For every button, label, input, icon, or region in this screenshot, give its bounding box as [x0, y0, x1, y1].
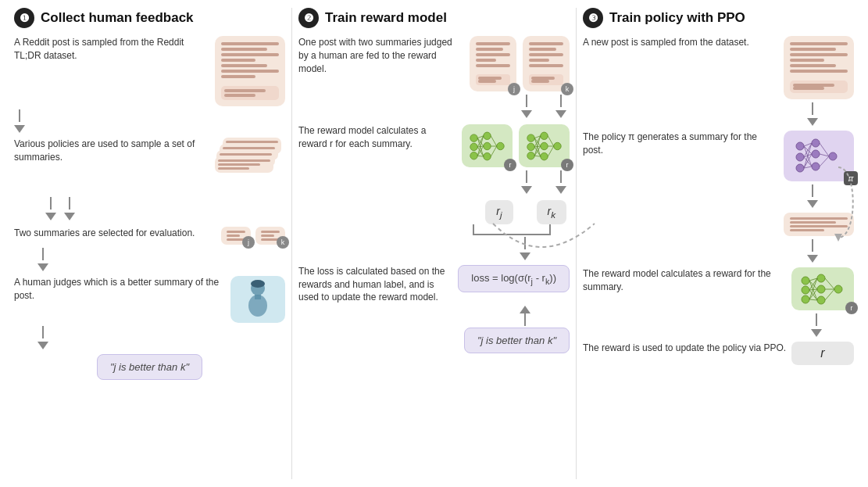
s3-text-4: The reward model calculates a reward for…: [583, 267, 787, 294]
svg-point-5: [470, 143, 477, 150]
r-badge-1: r: [504, 159, 516, 171]
rk-card: rk: [537, 200, 567, 224]
s1-row-3: Two summaries are selected for evaluatio…: [14, 227, 285, 245]
formula-display: loss = log(σ(rj - rk)): [471, 272, 556, 284]
doc-line: [529, 53, 563, 56]
label-box-2: "j is better than k": [464, 328, 570, 353]
nn-icon-1: [468, 130, 506, 163]
svg-line-77: [809, 299, 817, 300]
s3-visual-2: π: [784, 131, 854, 181]
s3-row-2: The policy π generates a summary for the…: [583, 131, 854, 181]
doc-line: [476, 42, 510, 45]
s1-row-1: A Reddit post is sampled from the Reddit…: [14, 36, 285, 106]
svg-rect-3: [255, 295, 261, 299]
nn-card-2: r: [519, 124, 570, 167]
svg-point-63: [802, 286, 809, 294]
doc-line: [224, 94, 255, 97]
doc-line: [790, 42, 848, 45]
section-2-title: Train reward model: [325, 10, 447, 26]
doc-line: [790, 64, 836, 67]
svg-point-4: [470, 134, 477, 141]
s1-visual-human: [230, 276, 285, 323]
section-3: ❸ Train policy with PPO A new post is sa…: [577, 8, 860, 479]
doc-line: [790, 53, 848, 56]
svg-point-1: [251, 280, 265, 288]
s3-arrow-2: [777, 184, 848, 211]
s1-text-2: Various policies are used to sample a se…: [14, 138, 210, 164]
svg-point-10: [497, 142, 504, 149]
doc-line: [531, 80, 549, 83]
s3-text-5: The reward is used to update the policy …: [583, 342, 787, 355]
doc-line: [476, 53, 510, 56]
svg-point-67: [817, 296, 825, 304]
svg-point-42: [796, 142, 804, 150]
svg-line-74: [809, 290, 817, 300]
s3-visual-summary: [784, 213, 854, 236]
svg-point-66: [817, 285, 825, 293]
svg-point-64: [802, 295, 809, 303]
s3-visual-1: [784, 36, 854, 99]
s2-arrow-2a: [521, 170, 532, 197]
svg-point-23: [527, 134, 534, 141]
doc-card-2b: [523, 36, 570, 91]
formula-box: loss = log(σ(rj - rk)): [458, 265, 570, 293]
badge-j: j: [242, 236, 255, 249]
s3-visual-3: r: [791, 267, 854, 310]
arrow-4: [38, 326, 48, 353]
doc-card-2a: [470, 36, 516, 91]
badge-j-2: j: [508, 83, 520, 95]
svg-point-28: [541, 152, 548, 159]
badge-k-2: k: [561, 83, 573, 95]
doc-line: [221, 53, 279, 56]
rk-label: rk: [548, 205, 556, 217]
doc-line: [790, 59, 824, 62]
svg-line-19: [477, 156, 484, 156]
s2-loss-text: The loss is calculated based on the rewa…: [298, 265, 452, 304]
pi-nn-icon: [794, 137, 845, 176]
doc-line: [224, 89, 266, 92]
svg-point-65: [817, 274, 825, 282]
s1-row-2: Various policies are used to sample a se…: [14, 138, 285, 192]
human-figure-card: [230, 276, 285, 323]
svg-point-25: [527, 152, 534, 159]
s1-text-4: A human judges which is a better summary…: [14, 276, 226, 303]
s2-arrow-1a: [521, 95, 532, 121]
s3-text-1: A new post is sampled from the dataset.: [583, 36, 779, 49]
doc-line: [529, 48, 556, 51]
svg-point-62: [802, 277, 809, 285]
s3-visual-4: r: [791, 342, 854, 365]
svg-line-38: [534, 156, 541, 156]
svg-line-41: [548, 146, 554, 156]
rj-label: rj: [496, 205, 502, 217]
arrow-2b: [64, 197, 75, 224]
summary-text-card: [784, 213, 854, 236]
doc-card-3: [784, 36, 854, 99]
s1-visual-doc: [215, 36, 285, 106]
svg-line-57: [804, 167, 812, 168]
s2-arrow-1b: [555, 95, 566, 121]
s3-row-4: The reward model calculates a reward for…: [583, 267, 854, 310]
label-box-1: "j is better than k": [97, 354, 202, 380]
s3-arrow-3: [777, 239, 848, 266]
nn-icon-2: [525, 130, 563, 163]
s2-arrow-2b: [555, 170, 566, 197]
nn-icon-3: [799, 273, 846, 306]
svg-line-16: [477, 146, 484, 156]
badge-k: k: [277, 236, 289, 249]
doc-line: [221, 59, 255, 62]
s3-row-5: The reward is used to update the policy …: [583, 342, 854, 365]
doc-line: [476, 64, 510, 67]
svg-line-60: [820, 156, 829, 167]
s3-arrow-4: [785, 313, 848, 340]
section-2-header: ❷ Train reward model: [298, 8, 447, 28]
svg-line-35: [534, 146, 541, 156]
s2-arrow-3: [520, 237, 530, 263]
arrow-1: [14, 109, 25, 136]
svg-point-6: [470, 152, 477, 159]
svg-point-8: [484, 142, 491, 149]
svg-line-78: [825, 278, 834, 289]
doc-line: [476, 48, 503, 51]
r-badge-2: r: [561, 159, 573, 171]
doc-line: [221, 42, 279, 45]
arrow-2a: [45, 197, 56, 224]
